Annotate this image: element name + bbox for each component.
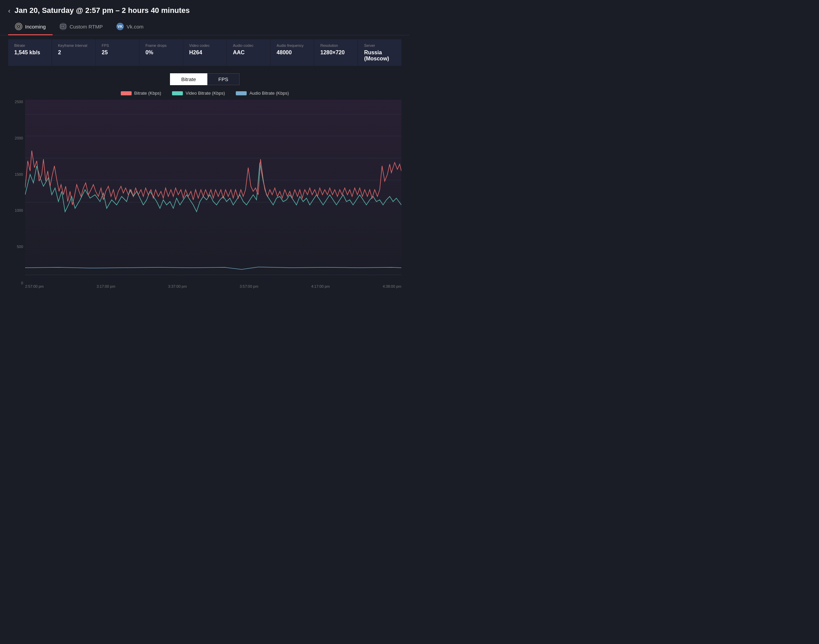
x-label-2: 3:37:00 pm [168, 284, 187, 288]
tab-vk[interactable]: VK Vk.com [110, 18, 150, 35]
y-label-0: 0 [8, 281, 23, 285]
legend-video-label: Video Bitrate (Kbps) [186, 90, 225, 96]
stat-keyframe: Keyframe Interval 2 [52, 39, 95, 66]
x-axis: 2:57:00 pm 3:17:00 pm 3:37:00 pm 3:57:00… [25, 283, 401, 288]
fps-toggle-btn[interactable]: FPS [207, 73, 239, 85]
tab-rtmp-label: Custom RTMP [69, 24, 103, 29]
stat-resolution: Resolution 1280×720 [314, 39, 357, 66]
stat-framedrops: Frame drops 0% [140, 39, 183, 66]
chart-toggle: Bitrate FPS [8, 73, 401, 85]
legend-audio-label: Audio Bitrate (Kbps) [249, 90, 289, 96]
bitrate-chart [25, 100, 401, 283]
x-label-4: 4:17:00 pm [311, 284, 330, 288]
x-label-1: 3:17:00 pm [97, 284, 115, 288]
tab-incoming-label: Incoming [25, 24, 46, 29]
stat-audiofreq: Audio frequency 48000 [270, 39, 314, 66]
rtmp-icon [59, 23, 67, 30]
bitrate-toggle-btn[interactable]: Bitrate [170, 73, 207, 85]
stats-row: Bitrate 1,545 kb/s Keyframe Interval 2 F… [0, 35, 410, 70]
legend-audio-bitrate: Audio Bitrate (Kbps) [236, 90, 289, 96]
legend-video-swatch [172, 91, 183, 95]
stat-videocodec: Video codec H264 [183, 39, 227, 66]
y-label-2500: 2500 [8, 100, 23, 104]
page-title: Jan 20, Saturday @ 2:57 pm – 2 hours 40 … [15, 6, 190, 15]
y-axis: 2500 2000 1500 1000 500 0 [8, 100, 23, 293]
vk-icon: VK [117, 23, 124, 30]
y-label-500: 500 [8, 245, 23, 249]
svg-line-4 [63, 26, 64, 28]
chart-container: 2500 2000 1500 1000 500 0 [25, 100, 401, 293]
svg-line-3 [63, 25, 64, 26]
y-label-1500: 1500 [8, 172, 23, 176]
incoming-icon [15, 23, 22, 30]
tab-incoming[interactable]: Incoming [8, 18, 52, 35]
tab-custom-rtmp[interactable]: Custom RTMP [52, 18, 110, 35]
y-label-2000: 2000 [8, 136, 23, 140]
legend-bitrate: Bitrate (Kbps) [121, 90, 161, 96]
stat-audiocodec: Audio codec AAC [227, 39, 270, 66]
legend-audio-swatch [236, 91, 247, 95]
x-label-3: 3:57:00 pm [239, 284, 258, 288]
tab-bar: Incoming Custom RTMP VK Vk.com [0, 18, 410, 35]
legend-bitrate-swatch [121, 91, 132, 95]
y-label-1000: 1000 [8, 209, 23, 212]
stat-server: Server Russia (Moscow) [358, 39, 401, 66]
chart-section: Bitrate FPS Bitrate (Kbps) Video Bitrate… [0, 70, 410, 293]
back-button[interactable]: ‹ [8, 7, 11, 15]
svg-rect-5 [25, 100, 401, 283]
x-label-0: 2:57:00 pm [25, 284, 44, 288]
legend-video-bitrate: Video Bitrate (Kbps) [172, 90, 225, 96]
x-label-5: 4:38:00 pm [383, 284, 401, 288]
legend-bitrate-label: Bitrate (Kbps) [134, 90, 161, 96]
chart-legend: Bitrate (Kbps) Video Bitrate (Kbps) Audi… [8, 90, 401, 96]
stat-bitrate: Bitrate 1,545 kb/s [8, 39, 52, 66]
tab-vk-label: Vk.com [127, 24, 144, 29]
stat-fps: FPS 25 [96, 39, 139, 66]
